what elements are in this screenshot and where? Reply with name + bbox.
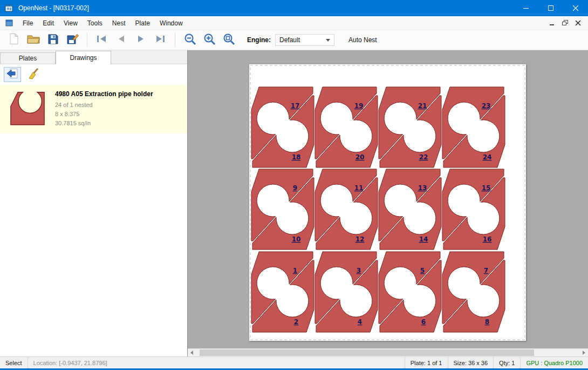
nest-plate-svg[interactable]: 171819202122232491011121314151612345678: [249, 64, 526, 341]
zoom-fit-button[interactable]: [219, 32, 238, 49]
part-number-label: 21: [418, 102, 427, 110]
open-file-button[interactable]: [24, 32, 43, 49]
sidebar: Plates Drawings: [0, 50, 188, 356]
close-button[interactable]: [563, 0, 588, 16]
plate-sheet: 171819202122232491011121314151612345678: [249, 64, 526, 341]
go-first-icon: [96, 34, 108, 46]
nest-pair: 1920: [315, 87, 378, 167]
horizontal-scrollbar[interactable]: [188, 348, 588, 356]
menu-plate[interactable]: Plate: [131, 17, 155, 29]
status-gpu: GPU : Quadro P1000: [520, 357, 588, 368]
drawing-area: 30.7815 sq/in: [55, 119, 153, 128]
window-title: OpenNest - [N0317-002]: [18, 4, 89, 12]
status-bar: Select Location: [-0.9437, 21.8796] Plat…: [0, 356, 588, 368]
toolbar-separator: [87, 33, 87, 47]
engine-select[interactable]: Default: [275, 34, 334, 46]
status-location: Location: [-0.9437, 21.8796]: [28, 357, 113, 368]
scrollbar-thumb[interactable]: [200, 349, 534, 356]
nest-pair: 1314: [379, 169, 441, 250]
mdi-restore-button[interactable]: [559, 18, 572, 29]
part-number-label: 23: [482, 102, 491, 110]
mdi-window-controls: [546, 18, 588, 29]
nest-pair: 56: [379, 252, 441, 332]
replace-part-button[interactable]: [4, 67, 21, 82]
part-number-label: 4: [358, 318, 362, 326]
engine-value: Default: [279, 36, 300, 44]
zoom-out-button[interactable]: [180, 32, 200, 49]
nest-pair: 1516: [442, 169, 505, 250]
first-plate-button[interactable]: [92, 32, 112, 49]
window-controls: [514, 0, 588, 16]
status-plate: Plate: 1 of 1: [405, 357, 448, 368]
zoom-out-icon: [184, 33, 196, 48]
previous-plate-button[interactable]: [112, 32, 131, 49]
part-number-label: 6: [421, 318, 426, 326]
menu-nest[interactable]: Nest: [107, 17, 131, 29]
drawing-nested-count: 24 of 1 nested: [55, 100, 153, 110]
part-number-label: 19: [354, 102, 364, 110]
engine-label: Engine:: [247, 36, 271, 44]
clean-button[interactable]: [25, 67, 42, 82]
zoom-in-button[interactable]: [200, 32, 219, 49]
save-as-button[interactable]: [63, 32, 82, 49]
menu-tools[interactable]: Tools: [83, 17, 107, 29]
status-qty: Qty: 1: [493, 357, 520, 368]
maximize-button[interactable]: [538, 0, 563, 16]
part-thumbnail: [10, 89, 45, 128]
part-number-label: 9: [293, 184, 297, 192]
next-plate-button[interactable]: [131, 32, 151, 49]
mdi-close-button[interactable]: [572, 18, 585, 29]
nest-pair: 78: [442, 252, 505, 332]
main-content: Plates Drawings: [0, 50, 588, 356]
last-plate-button[interactable]: [151, 32, 170, 49]
part-number-label: 12: [355, 236, 365, 243]
part-number-label: 22: [419, 153, 428, 161]
tab-drawings[interactable]: Drawings: [56, 51, 111, 64]
part-number-label: 18: [292, 153, 301, 161]
nest-pair: 1112: [315, 169, 378, 250]
nest-canvas[interactable]: 171819202122232491011121314151612345678: [188, 50, 588, 356]
nest-pair: 12: [251, 252, 314, 332]
status-size: Size: 36 x 36: [448, 357, 494, 368]
zoom-fit-icon: [223, 33, 235, 48]
minimize-button[interactable]: [514, 0, 538, 16]
drawing-info: 4980 A05 Extraction pipe holder 24 of 1 …: [55, 89, 153, 128]
title-bar: OpenNest - [N0317-002]: [0, 0, 588, 16]
app-icon: [5, 4, 13, 12]
part-number-label: 17: [291, 102, 300, 110]
drawing-size: 8 x 8.375: [55, 110, 153, 119]
new-document-button[interactable]: [4, 32, 24, 49]
part-number-label: 13: [418, 184, 427, 192]
menu-file[interactable]: File: [18, 17, 38, 29]
save-as-icon: [66, 33, 79, 47]
part-number-label: 10: [292, 236, 301, 243]
part-number-label: 5: [420, 267, 425, 274]
part-number-label: 7: [484, 267, 488, 274]
part-number-label: 20: [355, 153, 365, 161]
new-document-icon: [9, 33, 19, 47]
tab-plates[interactable]: Plates: [0, 52, 56, 64]
go-last-icon: [154, 34, 166, 46]
mdi-child-icon: [5, 19, 13, 27]
main-toolbar: Engine: Default Auto Nest: [0, 30, 588, 50]
nest-pair: 1718: [251, 87, 314, 167]
open-folder-icon: [27, 33, 40, 46]
menu-edit[interactable]: Edit: [38, 17, 59, 29]
scroll-right-arrow-icon[interactable]: [579, 349, 588, 356]
menu-bar: File Edit View Tools Nest Plate Window: [0, 16, 588, 30]
nest-pair: 34: [315, 252, 378, 332]
mdi-minimize-button[interactable]: [546, 18, 559, 29]
part-number-label: 16: [483, 236, 492, 243]
broom-icon: [28, 68, 39, 82]
part-number-label: 8: [485, 318, 489, 326]
menu-window[interactable]: Window: [155, 17, 188, 29]
auto-nest-button[interactable]: Auto Nest: [345, 34, 380, 46]
part-number-label: 2: [294, 318, 298, 326]
nest-pair: 2324: [442, 87, 505, 167]
part-number-label: 11: [354, 184, 364, 192]
save-button[interactable]: [43, 32, 63, 49]
drawing-list-item[interactable]: 4980 A05 Extraction pipe holder 24 of 1 …: [0, 85, 187, 133]
menu-view[interactable]: View: [59, 17, 83, 29]
sidebar-tabstrip: Plates Drawings: [0, 50, 187, 64]
scroll-left-arrow-icon[interactable]: [188, 349, 196, 356]
